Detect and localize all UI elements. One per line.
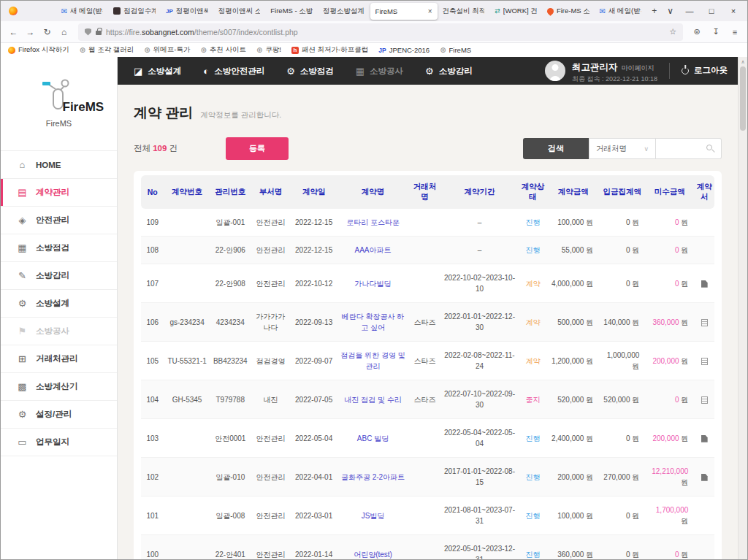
contract-doc-icon[interactable] <box>701 280 708 288</box>
nav-item-gears[interactable]: ⚙소방감리 <box>425 66 473 77</box>
contract-status-cell: 진행 <box>519 496 547 535</box>
sidebar-item-fire-construction[interactable]: ⚑소방공사 <box>1 318 117 345</box>
search-button[interactable]: 검색 <box>523 138 589 159</box>
bookmark-item[interactable]: Firefox 시작하기 <box>8 45 69 55</box>
management-number-cell: T979788 <box>210 380 251 419</box>
contract-period: 2021-08-01~2023-07-31 <box>444 506 515 525</box>
sidebar-item-fire-calculator[interactable]: ▩소방계산기 <box>1 373 117 401</box>
row-number: 109 <box>146 218 159 226</box>
contract-name-link[interactable]: 베란다 확장공사 하고 싶어 <box>342 312 405 331</box>
browser-tab[interactable]: ⇄[WORK] 건축설비 <box>489 3 542 20</box>
scrollbar-up-arrow[interactable]: ∧ <box>741 57 744 66</box>
bookmark-item[interactable]: ⊕웹 조각 갤러리 <box>80 45 134 55</box>
browser-tab[interactable]: ✉새 메일(받은메일 <box>56 3 109 20</box>
contract-status-cell: 진행 <box>519 419 547 458</box>
logout-button[interactable]: 로그아웃 <box>682 65 728 76</box>
contract-name-link[interactable]: 어린양(test) <box>354 551 392 559</box>
browser-tab[interactable]: Fire-MS 소방넷 <box>542 3 595 20</box>
search-filter-select[interactable]: 거래처명∨ <box>589 138 656 159</box>
sidebar-item-home[interactable]: ⌂HOME <box>1 151 117 179</box>
bookmark-item[interactable]: ⊕위메프-특가 <box>144 45 190 55</box>
download-icon[interactable]: ↧ <box>708 27 724 37</box>
contract-doc-icon[interactable] <box>701 474 708 481</box>
contract-name-link[interactable]: 내진 점검 및 수리 <box>344 396 401 404</box>
sidebar-item-client-management[interactable]: ⊞거래처관리 <box>1 345 117 373</box>
url-bar[interactable]: https://fire.sobangnet.com/theme/s007/in… <box>78 23 683 41</box>
total-count: 109 <box>153 144 167 153</box>
contract-doc-icon[interactable] <box>701 396 708 404</box>
browser-tab[interactable]: 정평이앤씨 소방안전 <box>213 3 266 20</box>
browser-tab[interactable] <box>4 3 56 20</box>
minimize-button[interactable]: — <box>679 1 701 21</box>
nav-item-half-circle[interactable]: ◐소방안전관리 <box>203 66 264 77</box>
logo-area[interactable]: FireMS FireMS <box>1 57 117 143</box>
browser-tab[interactable]: JP정평이앤씨 소방 <box>161 3 213 20</box>
page-scrollbar[interactable]: ∧ <box>738 57 747 559</box>
contract-date: 2022-09-13 <box>295 318 332 326</box>
mypage-link[interactable]: 마이페이지 <box>621 64 654 72</box>
bookmark-item[interactable]: JPJPENC-2016 <box>378 46 430 54</box>
sidebar-item-contract-management[interactable]: ▤계약관리 <box>1 179 117 207</box>
browser-tab[interactable]: FireMS - 소방감리 프 <box>265 3 318 20</box>
browser-tab[interactable]: FireMS× <box>370 3 438 20</box>
register-button[interactable]: 등록 <box>226 137 289 160</box>
contract-date-cell: 2022-09-13 <box>291 303 337 342</box>
browser-tab[interactable]: 정평소방설계 프로그 <box>318 3 370 20</box>
browser-tab[interactable]: 건축설비 최적화 시스 <box>438 3 490 20</box>
contract-name-link[interactable]: 굴화주공 2-2아파트 <box>341 473 405 481</box>
lock-icon[interactable] <box>96 31 102 35</box>
browser-tab[interactable]: ✉새 메일(받은메일 <box>595 3 647 20</box>
search-input[interactable] <box>656 138 722 159</box>
contract-amount-cell: 4,000,000 원 <box>547 264 599 303</box>
contract-name-link[interactable]: 가나다빌딩 <box>355 280 392 288</box>
pocket-icon[interactable]: ⊚ <box>689 27 705 37</box>
bookmark-item[interactable]: h패션 최저가-하프클럽 <box>291 45 368 55</box>
contract-name-link[interactable]: AAA아파트 <box>355 246 392 254</box>
reload-button[interactable]: ↻ <box>39 27 56 37</box>
contract-status-cell: 진행 <box>519 535 547 560</box>
contract-name-link[interactable]: 점검을 위한 경영 및 관리 <box>340 351 405 370</box>
contract-doc-icon[interactable] <box>701 358 708 365</box>
contract-period: 2022-07-10~2022-09-30 <box>444 390 515 409</box>
contract-name-link[interactable]: JS빌딩 <box>362 512 385 520</box>
sidebar-item-fire-inspection[interactable]: ▦소방점검 <box>1 234 117 262</box>
home-button[interactable]: ⌂ <box>56 27 72 37</box>
forward-button[interactable]: → <box>22 27 39 37</box>
management-number-cell: 22-안401 <box>210 535 251 560</box>
bookmark-item[interactable]: ⊕FireMS <box>440 46 471 54</box>
sidebar-item-work-log[interactable]: ▭업무일지 <box>1 429 117 456</box>
nav-item-fire-extinguisher[interactable]: ◪소방설계 <box>134 66 181 77</box>
contract-period-cell: 2022-10-02~2023-10-10 <box>440 264 519 303</box>
browser-tab[interactable]: 점검일수계산기 <box>108 3 161 20</box>
tab-close-icon[interactable]: × <box>428 7 432 15</box>
tracking-shield-icon[interactable] <box>85 28 91 36</box>
department-name: 안전관리 <box>256 246 285 254</box>
contract-status-cell: 진행 <box>519 209 547 237</box>
close-button[interactable]: × <box>722 1 744 21</box>
bookmark-star-icon[interactable]: ☆ <box>669 27 676 37</box>
row-number: 106 <box>146 318 159 326</box>
contract-period-cell: 2022-07-10~2022-09-30 <box>440 380 519 419</box>
management-number: 22-안906 <box>215 246 245 254</box>
maximize-button[interactable]: □ <box>701 1 722 21</box>
sidebar-item-fire-design[interactable]: ⚙소방설계 <box>1 290 117 318</box>
bookmark-item[interactable]: ⊕쿠팡! <box>256 45 281 55</box>
deposit-total-cell: 0 원 <box>599 209 645 237</box>
sidebar-item-settings-management[interactable]: ⚙설정/관리 <box>1 401 117 429</box>
nav-item-building[interactable]: ▦소방공사 <box>356 66 403 77</box>
contract-doc-icon[interactable] <box>701 319 708 326</box>
user-avatar[interactable] <box>545 61 565 81</box>
contract-name-link[interactable]: 로타리 포스타운 <box>346 218 400 226</box>
menu-icon[interactable]: ≡ <box>727 28 743 37</box>
bookmark-item[interactable]: ⊕추천 사이트 <box>200 45 246 55</box>
tab-list-button[interactable]: ∨ <box>662 6 679 16</box>
sidebar-item-fire-supervision[interactable]: ✎소방감리 <box>1 262 117 290</box>
back-button[interactable]: ← <box>5 27 22 37</box>
contract-name-link[interactable]: ABC 빌딩 <box>357 434 389 442</box>
contract-doc-icon[interactable] <box>701 435 708 442</box>
nav-item-gear-wrench[interactable]: ⚙소방점검 <box>286 66 334 77</box>
scrollbar-thumb[interactable] <box>740 66 746 131</box>
sidebar-item-safety-management[interactable]: ◈안전관리 <box>1 207 117 234</box>
contract-table: No계약번호관리번호부서명계약일계약명거래처명계약기간계약상태계약금액입금집계액… <box>141 175 714 559</box>
new-tab-button[interactable]: + <box>646 6 662 16</box>
